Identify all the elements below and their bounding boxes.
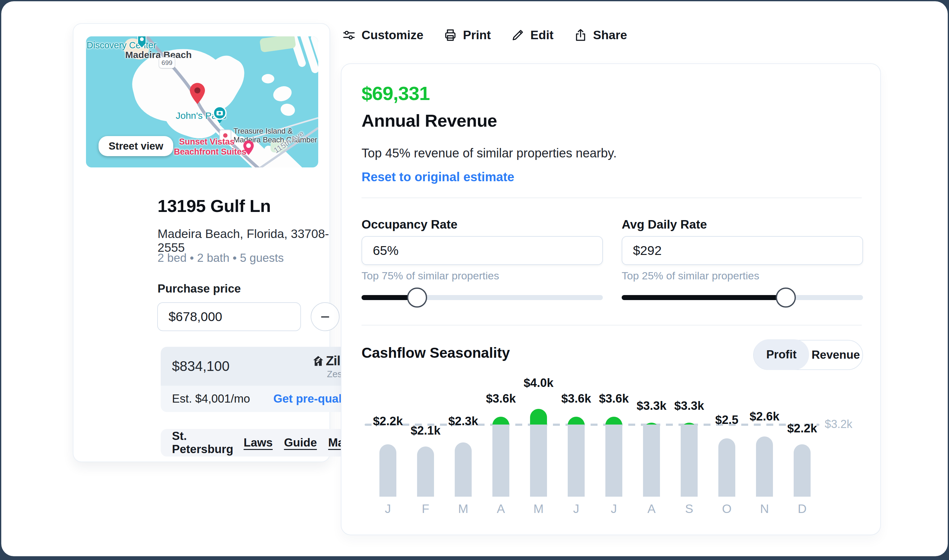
- month-axis-label: M: [444, 502, 482, 516]
- monthly-estimate: Est. $4,001/mo: [172, 392, 250, 405]
- reset-estimate-link[interactable]: Reset to original estimate: [361, 170, 514, 184]
- bar-base: [380, 444, 397, 497]
- avg-daily-rate-input[interactable]: [622, 236, 863, 265]
- zillow-logo-icon: [313, 355, 324, 366]
- address-line2: Madeira Beach, Florida, 33708-2555: [157, 227, 330, 255]
- property-card: Discovery Center Madeira Beach 699 John'…: [73, 23, 330, 462]
- adr-slider[interactable]: [622, 295, 863, 300]
- chart-bar-D11: [794, 444, 811, 497]
- chart-bar-N10: [756, 437, 773, 497]
- customize-button[interactable]: Customize: [342, 28, 423, 42]
- threshold-label: $3.2k: [825, 418, 852, 431]
- bar-base: [756, 437, 773, 497]
- address-line1: 13195 Gulf Ln: [157, 195, 271, 216]
- divider: [361, 325, 862, 325]
- revenue-subtitle: Top 45% revenue of similar properties ne…: [361, 146, 617, 160]
- toggle-revenue[interactable]: Revenue: [809, 340, 863, 370]
- sunset-pin-icon: [242, 140, 255, 155]
- chart-bar-M4: [530, 409, 547, 497]
- month-axis-label: J: [595, 502, 633, 516]
- zestimate-value: $834,100: [172, 358, 230, 374]
- occupancy-helper-text: Top 75% of similar properties: [361, 270, 499, 282]
- avg-daily-rate-label: Avg Daily Rate: [622, 218, 707, 231]
- adr-helper-text: Top 25% of similar properties: [622, 270, 759, 282]
- occupancy-slider[interactable]: [361, 295, 603, 300]
- bar-base: [718, 438, 735, 497]
- occupancy-rate-label: Occupancy Rate: [361, 218, 458, 231]
- bar-value-label: $3.3k: [662, 399, 716, 412]
- chart-bar-J5: [568, 417, 585, 497]
- bar-value-label: $2.3k: [437, 414, 490, 428]
- bar-base: [568, 425, 585, 497]
- annual-revenue-title: Annual Revenue: [361, 110, 497, 131]
- map-label-sunset-vistas: Sunset Vistas Beachfront Suites: [174, 137, 240, 157]
- route-shield-699: 699: [159, 57, 175, 68]
- month-axis-label: A: [633, 502, 670, 516]
- seasonality-chart: $3.2k$2.2kJ$2.1kF$2.3kM$3.6kA$4.0kM$3.6k…: [361, 372, 868, 529]
- chart-bar-M2: [455, 442, 472, 497]
- adr-slider-handle[interactable]: [776, 288, 796, 308]
- chart-bar-O9: [718, 438, 735, 497]
- month-axis-label: J: [557, 502, 595, 516]
- cashflow-seasonality-title: Cashflow Seasonality: [361, 344, 510, 361]
- map-label-city: Madeira Beach: [125, 49, 192, 60]
- print-button[interactable]: Print: [443, 28, 491, 42]
- bar-base: [417, 446, 434, 497]
- share-icon: [574, 28, 588, 42]
- purchase-price-input[interactable]: [157, 302, 301, 331]
- bar-base: [530, 425, 547, 497]
- customize-icon: [342, 28, 356, 42]
- bar-base: [492, 425, 509, 497]
- bar-base: [681, 425, 697, 497]
- month-axis-label: F: [407, 502, 444, 516]
- camera-poi-icon: [212, 106, 227, 125]
- market-city: St. Petersburg: [172, 429, 244, 456]
- bar-value-label: $2.2k: [775, 422, 829, 435]
- street-view-button[interactable]: Street view: [99, 136, 173, 156]
- chart-bar-A7: [643, 423, 660, 497]
- purchase-price-label: Purchase price: [157, 282, 241, 295]
- bar-base: [455, 442, 472, 497]
- annual-revenue-amount: $69,331: [361, 82, 430, 105]
- revenue-card: $69,331 Annual Revenue Top 45% revenue o…: [341, 63, 881, 535]
- chart-bar-F1: [417, 446, 434, 497]
- bar-base: [794, 444, 811, 497]
- edit-icon: [511, 28, 525, 42]
- month-axis-label: O: [708, 502, 745, 516]
- chart-bar-A3: [492, 417, 509, 497]
- bar-base: [643, 425, 660, 497]
- share-button[interactable]: Share: [574, 28, 627, 42]
- bar-value-label: $3.6k: [474, 392, 528, 405]
- slider-fill: [622, 295, 786, 300]
- app-page: Discovery Center Madeira Beach 699 John'…: [1, 1, 948, 556]
- property-specs: 2 bed • 2 bath • 5 guests: [157, 251, 284, 265]
- chart-bar-J0: [380, 444, 397, 497]
- divider: [361, 197, 862, 198]
- guide-link[interactable]: Guide: [284, 436, 317, 449]
- toggle-profit[interactable]: Profit: [754, 339, 809, 370]
- month-axis-label: D: [783, 502, 821, 516]
- month-axis-label: J: [369, 502, 407, 516]
- edit-button[interactable]: Edit: [511, 28, 554, 42]
- month-axis-label: S: [670, 502, 708, 516]
- property-pin-icon[interactable]: [188, 82, 207, 105]
- bar-base: [605, 425, 622, 497]
- month-axis-label: N: [745, 502, 783, 516]
- chart-bar-J6: [605, 417, 622, 497]
- month-axis-label: A: [482, 502, 520, 516]
- print-icon: [443, 28, 457, 42]
- discovery-pin-icon: [136, 36, 148, 49]
- map[interactable]: Discovery Center Madeira Beach 699 John'…: [86, 36, 318, 168]
- toolbar: Customize Print Edit Share: [342, 25, 627, 45]
- decrease-price-button[interactable]: −: [311, 302, 339, 331]
- occupancy-rate-input[interactable]: [361, 236, 603, 265]
- laws-link[interactable]: Laws: [244, 436, 273, 449]
- profit-revenue-toggle: Profit Revenue: [753, 340, 863, 370]
- chart-bar-S8: [681, 423, 697, 497]
- bar-value-label: $4.0k: [512, 376, 565, 390]
- occupancy-slider-handle[interactable]: [407, 288, 427, 308]
- month-axis-label: M: [520, 502, 557, 516]
